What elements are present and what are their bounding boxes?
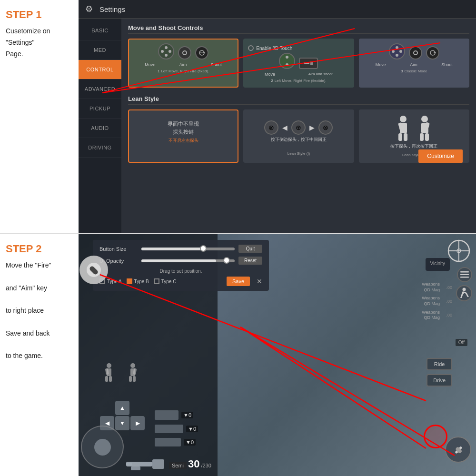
ammo-count-display: Semi 30 /230 <box>169 458 211 470</box>
sidebar-item-basic[interactable]: BASIC <box>79 21 121 40</box>
sidebar-item-med[interactable]: MED <box>79 40 121 60</box>
type-b-checkbox[interactable] <box>127 278 132 284</box>
settings-panel: ⚙ Settings BASIC MED CONTROL ADVANCED PI… <box>79 0 476 233</box>
weapon-row-1: WeaponsQD Mag .00 <box>416 282 452 293</box>
control-card-3[interactable]: MoveAimShoot 3Classic Mode <box>359 39 469 88</box>
close-icon[interactable]: ✕ <box>257 278 262 285</box>
aim-circle-1 <box>178 46 191 60</box>
arrow-right[interactable]: ▶ <box>130 416 145 430</box>
svg-rect-30 <box>133 376 136 382</box>
sidebar-item-control[interactable]: CONTROL <box>79 60 121 79</box>
quit-button[interactable]: Quit <box>238 245 262 253</box>
customize-button[interactable]: Customize <box>418 149 463 163</box>
lean-card-2[interactable]: ⊗ ◀ ⊕ ▶ ⊗ 按下侧边探头，按下中间回正 Lean Style (I) <box>243 109 354 163</box>
svg-point-26 <box>130 363 135 368</box>
svg-rect-11 <box>404 133 407 141</box>
svg-rect-43 <box>131 466 140 470</box>
drive-button[interactable]: Drive <box>426 374 452 387</box>
svg-point-12 <box>421 116 428 122</box>
control-card-2[interactable]: Enable 3D Touch <box>243 39 354 88</box>
move-circle-1 <box>158 43 174 60</box>
aim-circle-3 <box>409 46 422 60</box>
character-icons <box>102 363 139 383</box>
crosshair-icon <box>446 238 472 264</box>
char-silhouette-1 <box>102 363 116 383</box>
step1-instructions: STEP 1 Cusetomize on "Settings" Page. <box>0 0 79 233</box>
svg-rect-16 <box>425 133 429 141</box>
customize-panel: Button Size Quit UI Opacity Reset Drag t… <box>93 240 269 291</box>
svg-rect-35 <box>460 271 469 273</box>
button-size-label: Button Size <box>99 246 138 252</box>
lean-card-3-text: 按下探头，再次按下回正 <box>390 143 437 150</box>
gear-icon: ⚙ <box>85 4 96 14</box>
lean-section-title: Lean Style <box>128 95 469 105</box>
enable-3d-touch: Enable 3D Touch <box>248 45 349 51</box>
shoot-circle-3 <box>426 46 439 60</box>
move-circle-2 <box>279 53 295 69</box>
svg-rect-42 <box>152 459 164 469</box>
weapon-icon-2 <box>155 425 183 433</box>
joystick[interactable] <box>81 426 124 468</box>
type-row: Type A Type B Type C Save ✕ <box>99 277 262 286</box>
joystick-inner <box>94 439 111 456</box>
lean-card-2-text: 按下侧边探头，按下中间回正 <box>271 137 327 143</box>
button-size-slider[interactable] <box>141 248 235 250</box>
ui-opacity-slider[interactable] <box>141 259 235 262</box>
menu-icon[interactable] <box>457 267 472 282</box>
weapon-pickups: ▼0 ▼0 ▼0 <box>155 410 198 446</box>
off-label: Off <box>456 339 467 346</box>
type-c-option[interactable]: Type C <box>154 278 177 284</box>
lean-card-2-icons: ⊗ ◀ ⊕ ▶ ⊗ <box>264 120 333 135</box>
reset-button[interactable]: Reset <box>238 257 262 265</box>
control-card-1[interactable]: MoveAimShoot 1Left Move, Right Fire (fix… <box>128 39 238 88</box>
game-area: Button Size Quit UI Opacity Reset Drag t… <box>79 234 476 476</box>
drag-instruction: Drag to set position. <box>99 268 262 274</box>
weapon-ammo-1: ▼0 <box>181 412 193 418</box>
controls-section-title: Move and Shoot Controls <box>128 24 469 34</box>
arrow-up[interactable]: ▲ <box>115 401 129 415</box>
card-1-desc: 1Left Move, Right Fire (fixed). <box>133 69 234 73</box>
card-2-labels: MoveAim and shoot <box>248 72 349 77</box>
svg-rect-24 <box>105 376 108 382</box>
weapon-icon-3 <box>155 438 181 446</box>
move-circle-3 <box>389 43 405 60</box>
weapon-row-3: WeaponsQD Mag .00 <box>416 310 452 321</box>
step1-text: Cusetomize on "Settings" Page. <box>6 26 73 60</box>
run-icon[interactable] <box>456 285 472 301</box>
button-size-row: Button Size Quit <box>99 245 262 253</box>
fire-mode: Semi <box>169 462 187 469</box>
type-b-option[interactable]: Type B <box>127 278 149 284</box>
svg-rect-37 <box>460 277 469 278</box>
svg-rect-29 <box>129 376 132 382</box>
shoot-circle-1 <box>195 46 208 60</box>
svg-rect-3 <box>304 62 309 64</box>
svg-point-7 <box>400 116 407 122</box>
sidebar-item-pickup[interactable]: PICKUP <box>79 99 121 119</box>
settings-main: Move and Shoot Controls <box>121 19 476 233</box>
card-3-desc: 3Classic Mode <box>364 69 465 73</box>
svg-rect-25 <box>109 376 112 382</box>
fire-target-circle <box>424 425 447 448</box>
settings-title: Settings <box>99 5 125 13</box>
lean-card-1-text: 界面中不呈现探头按键 <box>168 120 199 136</box>
sidebar-item-audio[interactable]: AUDIO <box>79 119 121 138</box>
type-options: Type A Type B Type C <box>99 278 176 284</box>
fire-button-icon[interactable] <box>79 256 108 284</box>
lean-card-1[interactable]: 界面中不呈现探头按键 不开启左右探头 <box>128 109 238 163</box>
card-1-labels: MoveAimShoot <box>133 62 234 67</box>
lean-style-1-label: Lean Style (I) <box>248 151 349 156</box>
shoot-button[interactable] <box>445 436 471 463</box>
ui-opacity-row: UI Opacity Reset <box>99 257 262 265</box>
ammo-reserve: /230 <box>201 463 211 468</box>
type-c-checkbox[interactable] <box>154 278 159 284</box>
ride-button[interactable]: Ride <box>426 358 452 370</box>
step1-label: STEP 1 <box>6 9 73 21</box>
svg-rect-2 <box>200 53 203 53</box>
weapon-ammo-3: ▼0 <box>184 439 196 446</box>
save-button[interactable]: Save <box>227 277 250 286</box>
settings-sidebar: BASIC MED CONTROL ADVANCED PICKUP AUDIO … <box>79 19 121 233</box>
weapon-row-2: WeaponsQD Mag .00 <box>416 296 452 307</box>
aim-shoot-circle-2 <box>299 58 318 69</box>
sidebar-item-advanced[interactable]: ADVANCED <box>79 79 121 99</box>
sidebar-item-driving[interactable]: DRIVING <box>79 138 121 158</box>
